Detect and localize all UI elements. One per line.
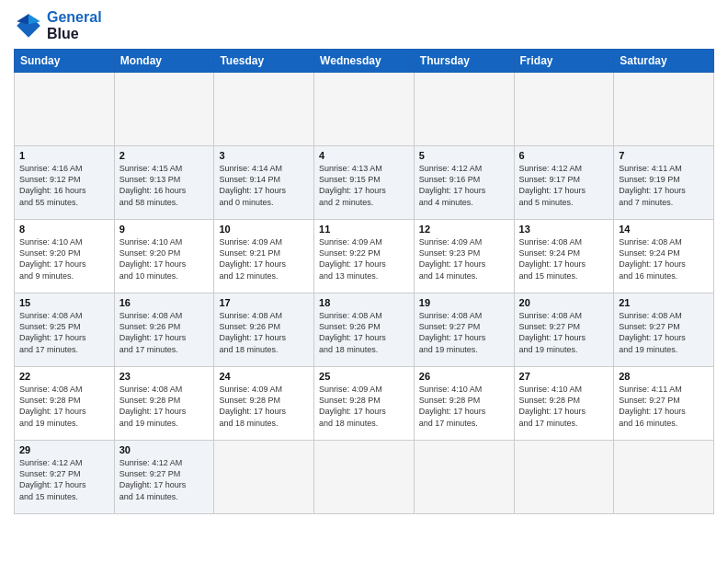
day-info: Sunrise: 4:09 AM Sunset: 9:21 PM Dayligh… xyxy=(219,236,309,282)
calendar-day-26: 26Sunrise: 4:10 AM Sunset: 9:28 PM Dayli… xyxy=(414,367,514,441)
day-number: 3 xyxy=(219,150,309,161)
weekday-header-sunday: Sunday xyxy=(15,50,115,73)
day-number: 28 xyxy=(619,371,709,382)
calendar-empty-cell xyxy=(514,73,614,146)
day-info: Sunrise: 4:09 AM Sunset: 9:23 PM Dayligh… xyxy=(419,236,509,282)
svg-marker-1 xyxy=(28,14,40,24)
calendar-empty-cell xyxy=(214,73,314,146)
day-number: 17 xyxy=(219,297,309,308)
day-info: Sunrise: 4:08 AM Sunset: 9:26 PM Dayligh… xyxy=(219,310,309,355)
calendar-day-29: 29Sunrise: 4:12 AM Sunset: 9:27 PM Dayli… xyxy=(15,441,115,514)
calendar-day-11: 11Sunrise: 4:09 AM Sunset: 9:22 PM Dayli… xyxy=(314,220,415,293)
calendar-week-row: 8Sunrise: 4:10 AM Sunset: 9:20 PM Daylig… xyxy=(15,220,714,293)
weekday-header-wednesday: Wednesday xyxy=(314,50,415,73)
day-info: Sunrise: 4:09 AM Sunset: 9:22 PM Dayligh… xyxy=(319,236,409,282)
calendar-empty-cell xyxy=(414,73,514,146)
calendar-day-1: 1Sunrise: 4:16 AM Sunset: 9:12 PM Daylig… xyxy=(15,146,115,220)
weekday-header-tuesday: Tuesday xyxy=(214,50,314,73)
weekday-header-monday: Monday xyxy=(114,50,214,73)
header: General Blue xyxy=(14,9,714,41)
day-number: 24 xyxy=(219,371,309,382)
calendar-day-4: 4Sunrise: 4:13 AM Sunset: 9:15 PM Daylig… xyxy=(314,146,415,220)
day-info: Sunrise: 4:08 AM Sunset: 9:28 PM Dayligh… xyxy=(19,384,109,429)
calendar-week-row xyxy=(15,73,714,146)
day-info: Sunrise: 4:09 AM Sunset: 9:28 PM Dayligh… xyxy=(219,384,309,429)
day-number: 19 xyxy=(419,297,509,308)
calendar-day-10: 10Sunrise: 4:09 AM Sunset: 9:21 PM Dayli… xyxy=(214,220,314,293)
day-number: 13 xyxy=(519,224,609,235)
day-number: 6 xyxy=(519,150,609,161)
day-info: Sunrise: 4:13 AM Sunset: 9:15 PM Dayligh… xyxy=(319,163,409,208)
day-info: Sunrise: 4:10 AM Sunset: 9:20 PM Dayligh… xyxy=(19,236,109,282)
weekday-header-saturday: Saturday xyxy=(614,50,714,73)
calendar-day-14: 14Sunrise: 4:08 AM Sunset: 9:24 PM Dayli… xyxy=(614,220,714,293)
day-number: 8 xyxy=(19,224,109,235)
calendar-day-28: 28Sunrise: 4:11 AM Sunset: 9:27 PM Dayli… xyxy=(614,367,714,441)
calendar-week-row: 29Sunrise: 4:12 AM Sunset: 9:27 PM Dayli… xyxy=(15,441,714,514)
day-info: Sunrise: 4:10 AM Sunset: 9:28 PM Dayligh… xyxy=(419,384,509,429)
calendar-day-2: 2Sunrise: 4:15 AM Sunset: 9:13 PM Daylig… xyxy=(114,146,214,220)
day-number: 27 xyxy=(519,371,609,382)
day-info: Sunrise: 4:16 AM Sunset: 9:12 PM Dayligh… xyxy=(19,163,109,208)
calendar-day-12: 12Sunrise: 4:09 AM Sunset: 9:23 PM Dayli… xyxy=(414,220,514,293)
calendar-empty-cell xyxy=(514,441,614,514)
day-number: 12 xyxy=(419,224,509,235)
calendar-day-25: 25Sunrise: 4:09 AM Sunset: 9:28 PM Dayli… xyxy=(314,367,415,441)
day-number: 26 xyxy=(419,371,509,382)
logo-icon xyxy=(14,11,43,40)
day-info: Sunrise: 4:11 AM Sunset: 9:19 PM Dayligh… xyxy=(619,163,709,208)
calendar-week-row: 15Sunrise: 4:08 AM Sunset: 9:25 PM Dayli… xyxy=(15,293,714,367)
day-info: Sunrise: 4:10 AM Sunset: 9:20 PM Dayligh… xyxy=(119,236,210,282)
calendar-day-18: 18Sunrise: 4:08 AM Sunset: 9:26 PM Dayli… xyxy=(314,293,415,367)
calendar-empty-cell xyxy=(414,441,514,514)
calendar-day-7: 7Sunrise: 4:11 AM Sunset: 9:19 PM Daylig… xyxy=(614,146,714,220)
calendar-empty-cell xyxy=(114,73,214,146)
day-number: 18 xyxy=(319,297,409,308)
day-info: Sunrise: 4:08 AM Sunset: 9:26 PM Dayligh… xyxy=(319,310,409,355)
calendar-day-30: 30Sunrise: 4:12 AM Sunset: 9:27 PM Dayli… xyxy=(114,441,214,514)
day-number: 2 xyxy=(119,150,210,161)
weekday-header-friday: Friday xyxy=(514,50,614,73)
calendar-day-20: 20Sunrise: 4:08 AM Sunset: 9:27 PM Dayli… xyxy=(514,293,614,367)
calendar-empty-cell xyxy=(314,73,415,146)
calendar-day-8: 8Sunrise: 4:10 AM Sunset: 9:20 PM Daylig… xyxy=(15,220,115,293)
calendar-empty-cell xyxy=(214,441,314,514)
calendar-day-23: 23Sunrise: 4:08 AM Sunset: 9:28 PM Dayli… xyxy=(114,367,214,441)
calendar-day-6: 6Sunrise: 4:12 AM Sunset: 9:17 PM Daylig… xyxy=(514,146,614,220)
day-info: Sunrise: 4:08 AM Sunset: 9:27 PM Dayligh… xyxy=(519,310,609,355)
day-number: 11 xyxy=(319,224,409,235)
calendar-day-13: 13Sunrise: 4:08 AM Sunset: 9:24 PM Dayli… xyxy=(514,220,614,293)
calendar-empty-cell xyxy=(15,73,115,146)
day-info: Sunrise: 4:08 AM Sunset: 9:28 PM Dayligh… xyxy=(119,384,210,429)
day-info: Sunrise: 4:11 AM Sunset: 9:27 PM Dayligh… xyxy=(619,384,709,429)
calendar-day-22: 22Sunrise: 4:08 AM Sunset: 9:28 PM Dayli… xyxy=(15,367,115,441)
day-info: Sunrise: 4:12 AM Sunset: 9:27 PM Dayligh… xyxy=(119,457,210,502)
calendar-empty-cell xyxy=(614,73,714,146)
day-number: 9 xyxy=(119,224,210,235)
weekday-header-thursday: Thursday xyxy=(414,50,514,73)
calendar-week-row: 22Sunrise: 4:08 AM Sunset: 9:28 PM Dayli… xyxy=(15,367,714,441)
day-number: 14 xyxy=(619,224,709,235)
calendar-empty-cell xyxy=(314,441,415,514)
day-number: 30 xyxy=(119,444,210,455)
calendar-day-19: 19Sunrise: 4:08 AM Sunset: 9:27 PM Dayli… xyxy=(414,293,514,367)
day-number: 29 xyxy=(19,444,109,455)
calendar-week-row: 1Sunrise: 4:16 AM Sunset: 9:12 PM Daylig… xyxy=(15,146,714,220)
day-number: 20 xyxy=(519,297,609,308)
day-info: Sunrise: 4:08 AM Sunset: 9:27 PM Dayligh… xyxy=(419,310,509,355)
logo: General Blue xyxy=(14,9,102,41)
day-number: 15 xyxy=(19,297,109,308)
day-info: Sunrise: 4:08 AM Sunset: 9:24 PM Dayligh… xyxy=(619,236,709,282)
day-number: 23 xyxy=(119,371,210,382)
day-info: Sunrise: 4:12 AM Sunset: 9:27 PM Dayligh… xyxy=(19,457,109,502)
day-number: 10 xyxy=(219,224,309,235)
day-info: Sunrise: 4:14 AM Sunset: 9:14 PM Dayligh… xyxy=(219,163,309,208)
day-number: 5 xyxy=(419,150,509,161)
day-info: Sunrise: 4:10 AM Sunset: 9:28 PM Dayligh… xyxy=(519,384,609,429)
day-info: Sunrise: 4:09 AM Sunset: 9:28 PM Dayligh… xyxy=(319,384,409,429)
day-number: 4 xyxy=(319,150,409,161)
calendar-day-3: 3Sunrise: 4:14 AM Sunset: 9:14 PM Daylig… xyxy=(214,146,314,220)
page: General Blue SundayMondayTuesdayWednesda… xyxy=(0,0,728,563)
day-info: Sunrise: 4:08 AM Sunset: 9:25 PM Dayligh… xyxy=(19,310,109,355)
svg-marker-2 xyxy=(17,14,28,24)
